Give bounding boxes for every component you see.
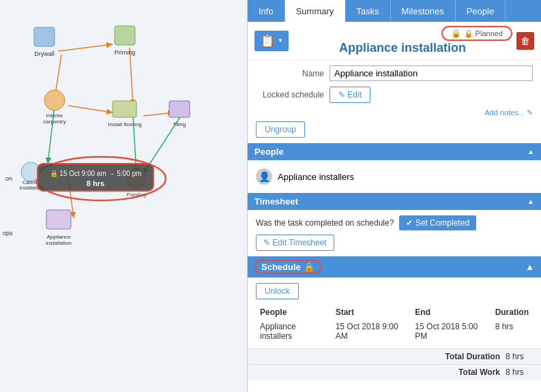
lock-icon: 🔒: [451, 29, 461, 38]
svg-text:Drywall: Drywall: [34, 50, 55, 57]
ungroup-button[interactable]: Ungroup: [256, 121, 305, 138]
tab-tasks[interactable]: Tasks: [345, 0, 390, 22]
svg-line-2: [58, 44, 113, 51]
schedule-collapse-arrow[interactable]: ▲: [525, 262, 534, 272]
schedule-section-body: Unlock People Start End Duration Applian…: [248, 277, 541, 348]
schedule-section: Schedule 🔒 ▲ Unlock People Start End Dur…: [248, 256, 541, 380]
page-title: Appliance installation: [339, 41, 466, 55]
tabs-bar: Info Summary Tasks Milestones People: [248, 0, 541, 22]
svg-text:carpentry: carpentry: [43, 119, 65, 125]
schedule-lock-icon: 🔒: [304, 262, 315, 272]
svg-rect-21: [169, 101, 190, 117]
locked-schedule-label: Locked schedule: [256, 90, 324, 100]
row-start: 15 Oct 2018 9:00 AM: [332, 320, 411, 343]
svg-text:Tiling: Tiling: [173, 121, 186, 127]
total-duration-label: Total Duration: [445, 352, 500, 361]
svg-rect-19: [113, 101, 136, 117]
people-section-header[interactable]: People ▲: [248, 143, 541, 160]
status-badge: 🔒 🔒 Planned: [441, 26, 512, 41]
name-input[interactable]: [330, 65, 533, 81]
col-people: People: [256, 305, 332, 320]
delete-button[interactable]: 🗑: [516, 32, 534, 50]
tab-info[interactable]: Info: [248, 0, 285, 22]
svg-line-5: [68, 106, 113, 112]
row-duration: 8 hrs: [491, 320, 533, 343]
form-section: Name Locked schedule ✎ Edit Add notes...…: [248, 60, 541, 143]
person-name: Appliance installers: [278, 172, 354, 182]
add-notes-link[interactable]: Add notes... ✎: [256, 108, 533, 117]
header-row: 📋 ▼ 🔒 🔒 Planned Appliance installation 🗑: [248, 22, 541, 60]
col-duration: Duration: [491, 305, 533, 320]
people-collapse-arrow[interactable]: ▲: [527, 148, 534, 155]
svg-text:on: on: [5, 175, 12, 182]
total-work-row: Total Work 8 hrs: [248, 364, 541, 380]
timesheet-collapse-arrow[interactable]: ▲: [527, 198, 534, 205]
edit-timesheet-button[interactable]: ✎ Edit Timesheet: [256, 235, 334, 251]
svg-text:Appliance: Appliance: [46, 234, 71, 240]
row-end: 15 Oct 2018 5:00 PM: [411, 320, 491, 343]
svg-text:🔒 15 Oct 9:00 am → 5:00 pm: 🔒 15 Oct 9:00 am → 5:00 pm: [50, 169, 142, 178]
svg-text:Painting: Painting: [127, 192, 147, 198]
name-field-row: Name: [256, 65, 533, 81]
row-people: Appliance installers: [256, 320, 332, 343]
col-start: Start: [332, 305, 411, 320]
tab-people[interactable]: People: [456, 0, 506, 22]
total-duration-value: 8 hrs: [506, 352, 533, 361]
svg-rect-14: [115, 26, 135, 45]
timesheet-section-header[interactable]: Timesheet ▲: [248, 193, 541, 210]
timesheet-section-body: Was the task completed on schedule? ✔ Se…: [248, 210, 541, 256]
schedule-title-badge: Schedule 🔒: [254, 260, 321, 274]
set-completed-button[interactable]: ✔ Set Completed: [399, 215, 476, 230]
svg-text:8 hrs: 8 hrs: [87, 179, 104, 187]
edit-button[interactable]: ✎ Edit: [330, 87, 370, 103]
svg-rect-12: [34, 27, 55, 46]
svg-text:Cabinet: Cabinet: [23, 180, 39, 185]
right-panel: Info Summary Tasks Milestones People 📋 ▼…: [248, 0, 541, 392]
svg-text:Install flooring: Install flooring: [108, 121, 141, 127]
diagram-area: Drywall Priming Interior carpentry Insta…: [0, 0, 247, 392]
timesheet-question-row: Was the task completed on schedule? ✔ Se…: [256, 215, 533, 230]
avatar: 👤: [256, 168, 272, 185]
content-area: Name Locked schedule ✎ Edit Add notes...…: [248, 60, 541, 392]
name-label: Name: [256, 69, 324, 78]
svg-rect-28: [46, 210, 71, 229]
action-button[interactable]: 📋 ▼: [254, 31, 289, 51]
svg-text:ops: ops: [3, 230, 13, 237]
schedule-label: Schedule: [261, 262, 301, 272]
table-row: Appliance installers 15 Oct 2018 9:00 AM…: [256, 320, 533, 343]
dropdown-arrow-icon[interactable]: ▼: [278, 37, 283, 44]
tab-milestones[interactable]: Milestones: [391, 0, 456, 22]
svg-text:Interior: Interior: [46, 112, 63, 119]
schedule-table: People Start End Duration Appliance inst…: [256, 305, 533, 343]
schedule-section-header[interactable]: Schedule 🔒 ▲: [248, 256, 541, 277]
people-section-body: 👤 Appliance installers: [248, 160, 541, 193]
tab-summary[interactable]: Summary: [285, 0, 346, 22]
svg-line-4: [130, 48, 133, 106]
total-duration-row: Total Duration 8 hrs: [248, 348, 541, 364]
timesheet-section: Timesheet ▲ Was the task completed on sc…: [248, 193, 541, 256]
total-work-label: Total Work: [458, 367, 500, 377]
col-end: End: [411, 305, 491, 320]
total-work-value: 8 hrs: [506, 367, 533, 377]
svg-text:Priming: Priming: [115, 49, 136, 56]
diagram-panel: Drywall Priming Interior carpentry Insta…: [0, 0, 248, 392]
svg-text:installation: installation: [46, 240, 72, 246]
timesheet-question: Was the task completed on schedule?: [256, 218, 394, 228]
people-section: People ▲ 👤 Appliance installers: [248, 143, 541, 193]
locked-schedule-row: Locked schedule ✎ Edit: [256, 87, 533, 103]
person-row: 👤 Appliance installers: [256, 166, 533, 187]
unlock-button[interactable]: Unlock: [256, 283, 299, 299]
svg-point-16: [44, 90, 65, 110]
